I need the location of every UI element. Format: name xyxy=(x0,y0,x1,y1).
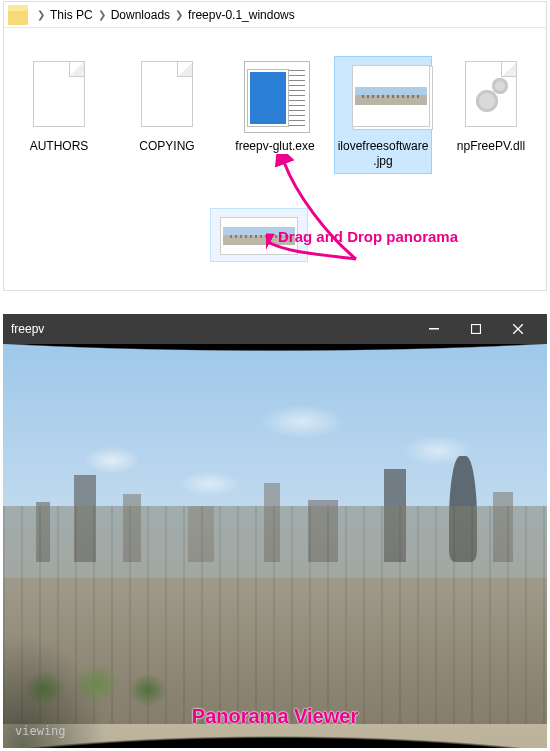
image-icon xyxy=(352,61,414,133)
close-button[interactable] xyxy=(497,314,539,344)
file-explorer-window: ❯ This PC ❯ Downloads ❯ freepv-0.1_windo… xyxy=(3,1,547,291)
file-label: AUTHORS xyxy=(30,139,89,154)
breadcrumb-current[interactable]: freepv-0.1_windows xyxy=(188,8,295,22)
breadcrumb-this-pc[interactable]: This PC xyxy=(50,8,93,22)
panorama-viewer-window: freepv viewing Panorama Viewer xyxy=(3,314,547,748)
file-dll[interactable]: npFreePV.dll xyxy=(442,56,540,159)
chevron-right-icon[interactable]: ❯ xyxy=(95,9,109,20)
minimize-button[interactable] xyxy=(413,314,455,344)
svg-rect-0 xyxy=(429,328,439,330)
maximize-icon xyxy=(471,324,481,334)
chevron-right-icon[interactable]: ❯ xyxy=(172,9,186,20)
file-copying[interactable]: COPYING xyxy=(118,56,216,159)
file-label: npFreePV.dll xyxy=(457,139,525,154)
close-icon xyxy=(513,324,523,334)
file-icon xyxy=(28,61,90,133)
file-label: freepv-glut.exe xyxy=(235,139,314,154)
file-jpg[interactable]: ilovefreesoftware.jpg xyxy=(334,56,432,174)
minimize-icon xyxy=(429,324,439,334)
window-title: freepv xyxy=(11,322,413,336)
dll-icon xyxy=(460,61,522,133)
file-label: ilovefreesoftware.jpg xyxy=(337,139,429,169)
application-icon xyxy=(244,61,306,133)
titlebar[interactable]: freepv xyxy=(3,314,547,344)
chevron-right-icon[interactable]: ❯ xyxy=(34,9,48,20)
file-exe[interactable]: freepv-glut.exe xyxy=(226,56,324,159)
maximize-button[interactable] xyxy=(455,314,497,344)
annotation-text: Panorama Viewer xyxy=(3,705,547,728)
breadcrumb[interactable]: ❯ This PC ❯ Downloads ❯ freepv-0.1_windo… xyxy=(4,2,546,28)
file-icon xyxy=(136,61,198,133)
file-label: COPYING xyxy=(139,139,194,154)
file-authors[interactable]: AUTHORS xyxy=(10,56,108,159)
breadcrumb-downloads[interactable]: Downloads xyxy=(111,8,170,22)
folder-icon xyxy=(8,5,28,25)
drag-ghost xyxy=(210,208,308,262)
svg-rect-1 xyxy=(472,325,481,334)
panorama-viewport[interactable]: viewing Panorama Viewer xyxy=(3,344,547,748)
file-list[interactable]: AUTHORS COPYING freepv-glut.exe ilovefre… xyxy=(4,28,546,286)
